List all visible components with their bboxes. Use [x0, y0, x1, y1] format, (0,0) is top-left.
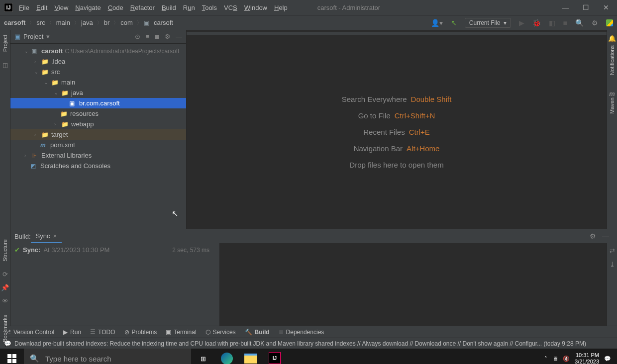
run-icon[interactable]: ▶	[519, 19, 524, 27]
code-with-me-icon[interactable]	[606, 19, 613, 26]
menu-vcs[interactable]: VCS	[224, 4, 237, 11]
taskbar-search[interactable]: 🔍 Type here to search	[24, 349, 191, 364]
expand-icon[interactable]: ›	[34, 59, 40, 64]
pin-icon[interactable]: 📌	[1, 284, 9, 291]
notifications-tool-tab[interactable]: Notifications	[609, 45, 615, 75]
collapse-all-icon[interactable]: ≣	[154, 33, 160, 40]
tab-terminal[interactable]: ▣Terminal	[166, 329, 196, 336]
start-button[interactable]	[0, 349, 24, 364]
taskbar-intellij[interactable]: IJ	[263, 349, 287, 364]
menu-code[interactable]: Code	[108, 4, 123, 11]
menu-build[interactable]: Build	[162, 4, 176, 11]
taskbar-explorer[interactable]	[239, 349, 263, 364]
close-button[interactable]: ✕	[603, 3, 609, 11]
notifications-icon[interactable]: 🔔	[608, 35, 616, 42]
tree-item-webapp[interactable]: › 📁 webapp	[10, 119, 186, 129]
tray-notifications-icon[interactable]: 💬	[604, 356, 611, 362]
menu-view[interactable]: View	[54, 4, 68, 11]
crumb-carsoft[interactable]: carsoft	[154, 19, 173, 26]
project-panel-title[interactable]: Project	[23, 33, 43, 40]
tree-item-resources[interactable]: 📁 resources	[10, 108, 186, 119]
task-view-icon[interactable]: ⊞	[191, 349, 215, 364]
expand-icon[interactable]: ⌄	[34, 70, 40, 75]
tree-root-path: C:\Users\Administrator\IdeaProjects\cars…	[65, 48, 179, 55]
coverage-icon[interactable]: ◧	[549, 19, 555, 27]
settings-icon[interactable]: ⚙	[592, 19, 598, 27]
build-settings-icon[interactable]: ⚙	[590, 232, 596, 240]
tab-services[interactable]: ⬡Services	[206, 329, 236, 336]
tree-item-java[interactable]: ⌄ 📁 java	[10, 88, 186, 98]
editor-placeholder[interactable]: Search EverywhereDouble Shift Go to File…	[187, 32, 607, 229]
refresh-icon[interactable]: ⟳	[2, 271, 8, 278]
folder-icon: ▣	[144, 19, 152, 26]
scroll-to-end-icon[interactable]: ⤓	[610, 261, 615, 268]
tray-network-icon[interactable]: 🖥	[552, 356, 558, 362]
expand-all-icon[interactable]: ≡	[145, 33, 149, 40]
taskbar-edge[interactable]	[215, 349, 239, 364]
maven-icon[interactable]: m	[609, 90, 615, 97]
build-status-row[interactable]: ✔ Sync: At 3/21/2023 10:30 PM 2 sec, 573…	[14, 246, 215, 254]
tab-problems[interactable]: ⊘Problems	[124, 329, 157, 336]
maven-tool-tab[interactable]: Maven	[609, 97, 615, 114]
search-icon[interactable]: 🔍	[575, 19, 584, 27]
expand-icon[interactable]: ⌄	[24, 49, 30, 54]
hide-panel-icon[interactable]: —	[176, 33, 182, 40]
menu-window[interactable]: Window	[244, 4, 267, 11]
menu-refactor[interactable]: Refactor	[130, 4, 155, 11]
panel-settings-icon[interactable]: ⚙	[165, 33, 171, 40]
menu-run[interactable]: Run	[183, 4, 195, 11]
tree-item-idea[interactable]: › 📁 .idea	[10, 56, 186, 67]
tree-root[interactable]: ⌄ ▣ carsoft C:\Users\Administrator\IdeaP…	[10, 46, 186, 56]
crumb-src[interactable]: src	[36, 19, 45, 26]
crumb-java[interactable]: java	[81, 19, 93, 26]
tree-item-main[interactable]: ⌄ 📁 main	[10, 77, 186, 88]
debug-icon[interactable]: 🐞	[532, 19, 541, 27]
crumb-br[interactable]: br	[104, 19, 110, 26]
structure-tool-tab[interactable]: Structure	[2, 239, 8, 262]
expand-icon[interactable]: ›	[54, 122, 60, 127]
crumb-com[interactable]: com	[120, 19, 133, 26]
menu-edit[interactable]: Edit	[36, 4, 47, 11]
menu-file[interactable]: File	[19, 4, 29, 11]
maximize-button[interactable]: ☐	[583, 3, 589, 11]
tab-dependencies[interactable]: ≣Dependencies	[279, 329, 324, 336]
tab-build[interactable]: 🔨Build	[245, 329, 270, 336]
tab-run[interactable]: ▶Run	[63, 329, 81, 336]
tray-chevron-icon[interactable]: ˄	[544, 356, 547, 362]
eye-icon[interactable]: 👁	[2, 297, 8, 305]
expand-icon[interactable]: ›	[24, 153, 30, 158]
menu-navigate[interactable]: Navigate	[75, 4, 101, 11]
tray-clock[interactable]: 10:31 PM 3/21/2023	[575, 352, 599, 364]
expand-icon[interactable]: ›	[34, 132, 40, 137]
user-icon[interactable]: 👤▾	[431, 19, 443, 27]
run-config-selector[interactable]: Current File ▾	[465, 18, 511, 28]
stop-icon[interactable]: ■	[563, 19, 567, 27]
crumb-main[interactable]: main	[56, 19, 70, 26]
menu-help[interactable]: Help	[274, 4, 288, 11]
tree-item-pom[interactable]: m pom.xml	[10, 140, 186, 150]
soft-wrap-icon[interactable]: ⇄	[610, 247, 615, 255]
status-message[interactable]: Download pre-built shared indexes: Reduc…	[14, 340, 586, 347]
tree-item-src[interactable]: ⌄ 📁 src	[10, 67, 186, 77]
close-tab-icon[interactable]: ×	[53, 232, 57, 240]
tree-item-target[interactable]: › 📁 target	[10, 129, 186, 140]
commit-icon[interactable]: ◫	[2, 62, 8, 69]
project-tool-tab[interactable]: Project	[2, 35, 8, 52]
chevron-down-icon[interactable]: ▾	[46, 33, 50, 40]
bookmarks-tool-tab[interactable]: Bookmarks	[2, 315, 8, 342]
crumb-project[interactable]: carsoft	[4, 19, 25, 26]
select-opened-file-icon[interactable]: ⊙	[135, 33, 140, 40]
hide-build-panel-icon[interactable]: —	[602, 232, 609, 240]
tab-version-control[interactable]: ⎇Version Control	[4, 329, 54, 336]
tray-volume-icon[interactable]: 🔇	[563, 356, 570, 362]
menu-tools[interactable]: Tools	[202, 4, 217, 11]
minimize-button[interactable]: —	[562, 3, 569, 11]
expand-icon[interactable]: ⌄	[54, 91, 60, 95]
build-tab-sync[interactable]: Sync ×	[31, 229, 62, 243]
tree-item-scratches[interactable]: ◩ Scratches and Consoles	[10, 161, 186, 171]
tree-item-package[interactable]: ▣ br.com.carsoft	[10, 98, 186, 108]
tree-item-external-libs[interactable]: › ⊪ External Libraries	[10, 150, 186, 161]
hammer-icon[interactable]: ↖	[451, 19, 457, 27]
tab-todo[interactable]: ☰TODO	[90, 329, 115, 336]
expand-icon[interactable]: ⌄	[44, 80, 50, 85]
